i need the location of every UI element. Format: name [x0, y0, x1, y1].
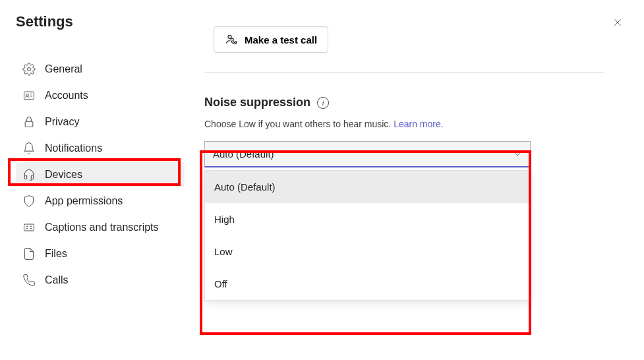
shield-icon	[22, 195, 36, 208]
sidebar-item-files[interactable]: Files	[16, 241, 185, 266]
gear-icon	[22, 63, 36, 76]
sidebar-item-calls[interactable]: Calls	[16, 268, 185, 293]
bell-icon	[22, 142, 36, 155]
main-content: Make a test call Noise suppression i Cho…	[185, 0, 644, 360]
dropdown-option-off[interactable]: Off	[205, 268, 530, 300]
lock-icon	[22, 115, 36, 129]
svg-rect-5	[25, 121, 33, 127]
phone-icon	[22, 274, 36, 287]
sidebar-item-label: General	[45, 63, 82, 75]
svg-rect-8	[24, 224, 34, 231]
divider	[204, 73, 604, 73]
noise-suppression-dropdown: Auto (Default) Auto (Default) High Low O…	[204, 141, 531, 167]
sidebar-item-label: Privacy	[45, 116, 79, 128]
close-button[interactable]	[608, 13, 627, 32]
learn-more-link[interactable]: Learn more	[394, 119, 441, 129]
dropdown-value: Auto (Default)	[213, 148, 274, 160]
dropdown-option-low[interactable]: Low	[205, 235, 530, 268]
close-icon	[612, 17, 623, 28]
dropdown-option-high[interactable]: High	[205, 203, 530, 235]
dropdown-option-auto[interactable]: Auto (Default)	[205, 171, 530, 203]
sidebar-item-captions[interactable]: Captions and transcripts	[16, 215, 185, 240]
sidebar-item-privacy[interactable]: Privacy	[16, 109, 185, 135]
sidebar-item-label: App permissions	[45, 195, 123, 207]
section-description: Choose Low if you want others to hear mu…	[204, 119, 604, 129]
dropdown-select[interactable]: Auto (Default)	[204, 141, 531, 167]
settings-sidebar: Settings General Accounts Privacy Notifi…	[0, 0, 185, 360]
button-label: Make a test call	[245, 34, 317, 45]
sidebar-item-label: Files	[45, 248, 67, 260]
chevron-down-icon	[513, 150, 522, 159]
sidebar-item-devices[interactable]: Devices	[16, 162, 185, 187]
svg-point-9	[228, 35, 231, 38]
sidebar-item-label: Captions and transcripts	[45, 222, 159, 233]
sidebar-item-app-permissions[interactable]: App permissions	[16, 189, 185, 214]
call-user-icon	[225, 33, 238, 46]
sidebar-item-label: Accounts	[45, 90, 88, 102]
svg-rect-1	[24, 92, 34, 100]
sidebar-item-general[interactable]: General	[16, 57, 185, 82]
sidebar-item-notifications[interactable]: Notifications	[16, 136, 185, 161]
page-title: Settings	[16, 13, 185, 30]
sidebar-item-label: Devices	[45, 169, 82, 181]
file-icon	[22, 247, 36, 260]
captions-icon	[22, 221, 36, 234]
make-test-call-button[interactable]: Make a test call	[214, 26, 328, 53]
svg-rect-7	[31, 175, 33, 179]
sidebar-item-accounts[interactable]: Accounts	[16, 83, 185, 108]
svg-point-2	[26, 94, 28, 96]
info-icon[interactable]: i	[317, 97, 329, 109]
sidebar-item-label: Notifications	[45, 142, 102, 154]
svg-point-0	[28, 68, 31, 71]
section-title: Noise suppression	[204, 96, 310, 109]
svg-rect-6	[24, 175, 26, 179]
dropdown-options-list: Auto (Default) High Low Off	[204, 170, 531, 301]
id-card-icon	[22, 89, 36, 102]
sidebar-item-label: Calls	[45, 274, 69, 286]
headset-icon	[22, 168, 36, 181]
